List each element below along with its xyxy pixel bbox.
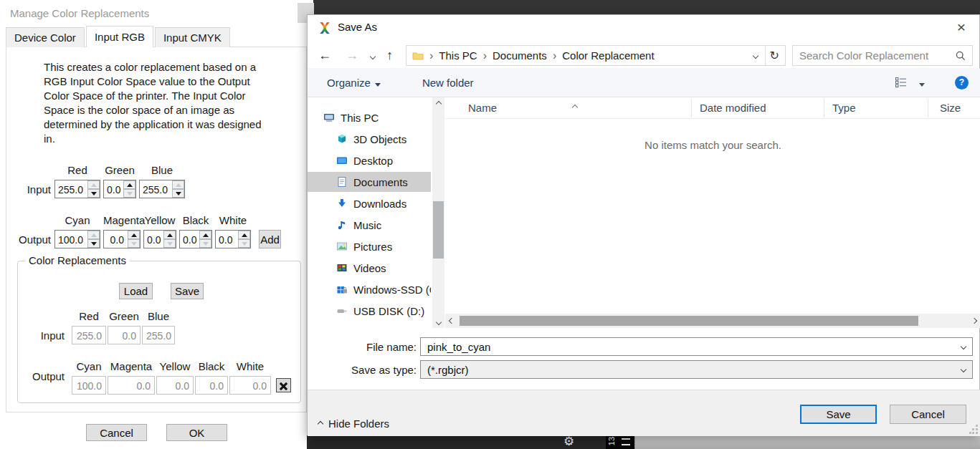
column-divider[interactable] — [691, 99, 692, 117]
save-button[interactable]: Save — [800, 405, 877, 424]
spin-down-icon[interactable] — [163, 239, 176, 248]
hide-folders-button[interactable]: Hide Folders — [318, 417, 389, 430]
spin-down-icon[interactable] — [87, 239, 100, 248]
breadcrumb-this-pc[interactable]: This PC — [439, 49, 477, 62]
black-output-value[interactable]: 0.0 — [180, 231, 199, 248]
breadcrumb-color-replacement[interactable]: Color Replacement — [562, 49, 654, 62]
scroll-up-icon[interactable] — [432, 97, 444, 110]
tab-input-rgb[interactable]: Input RGB — [86, 26, 153, 47]
column-header-name[interactable]: Name — [468, 102, 497, 114]
magenta-output-value[interactable]: 0.0 — [104, 231, 128, 248]
scrollbar-thumb[interactable] — [460, 316, 918, 326]
background-app-top-bar — [313, 0, 980, 16]
column-header-size[interactable]: Size — [940, 102, 961, 114]
save-as-type-select[interactable]: (*.rgbjcr) — [420, 360, 973, 379]
cyan-output-value[interactable]: 100.0 — [55, 231, 87, 248]
spin-down-icon[interactable] — [128, 239, 140, 248]
cancel-button[interactable]: Cancel — [86, 424, 147, 441]
spin-up-icon[interactable] — [163, 231, 176, 239]
yellow-output-value[interactable]: 0.0 — [144, 231, 163, 248]
sidebar-item-3d-objects[interactable]: 3D Objects — [308, 129, 431, 149]
sidebar-item-videos[interactable]: Videos — [308, 258, 431, 278]
address-dropdown-icon[interactable] — [752, 52, 758, 58]
white-output-spinner[interactable]: 0.0 — [215, 230, 251, 248]
scrollbar-thumb[interactable] — [433, 201, 444, 259]
close-icon[interactable]: × — [952, 19, 971, 36]
spin-up-icon[interactable] — [123, 180, 135, 189]
scrollbar-track[interactable] — [458, 314, 968, 328]
black-output-spinner[interactable]: 0.0 — [179, 230, 212, 248]
save-as-dialog: Save As × ← → ↑ › This PC › Documents › … — [307, 14, 980, 435]
column-header-date-modified[interactable]: Date modified — [700, 102, 766, 114]
scroll-down-icon[interactable] — [432, 316, 444, 328]
sidebar-item-this-pc[interactable]: This PC — [308, 107, 431, 127]
save-button[interactable]: Save — [171, 283, 204, 299]
resize-grip[interactable] — [969, 425, 979, 434]
background-app-bottom-bar: ⚙ 13 — [307, 435, 980, 449]
sidebar-item-music[interactable]: Music — [308, 215, 431, 235]
white-output-value[interactable]: 0.0 — [216, 231, 238, 248]
details-view-icon[interactable] — [895, 77, 908, 87]
breadcrumb-documents[interactable]: Documents — [493, 49, 547, 62]
combo-dropdown-icon[interactable] — [961, 344, 966, 349]
delete-replacement-button[interactable] — [276, 378, 291, 392]
sidebar-item-downloads[interactable]: Downloads — [308, 193, 431, 213]
scroll-right-icon[interactable] — [968, 314, 980, 328]
sidebar-item-desktop[interactable]: Desktop — [308, 150, 431, 170]
help-button[interactable]: ? — [955, 76, 969, 90]
breadcrumb[interactable]: › This PC › Documents › Color Replacemen… — [406, 45, 786, 66]
spin-up-icon[interactable] — [238, 231, 250, 239]
spin-up-icon[interactable] — [87, 231, 100, 239]
scroll-left-icon[interactable] — [445, 314, 458, 328]
file-browser-area: This PC 3D Objects Desktop Documents Dow… — [308, 97, 980, 328]
sidebar-item-documents[interactable]: Documents — [308, 172, 431, 192]
cyan-output-spinner[interactable]: 100.0 — [54, 230, 100, 248]
blue-input-spinner[interactable]: 255.0 — [139, 180, 185, 198]
refresh-icon[interactable]: ↻ — [770, 49, 785, 62]
yellow-output-spinner[interactable]: 0.0 — [143, 230, 176, 248]
combo-dropdown-icon[interactable] — [961, 367, 966, 372]
cancel-button[interactable]: Cancel — [890, 405, 966, 424]
up-icon[interactable]: ↑ — [386, 48, 393, 63]
spin-down-icon[interactable] — [199, 239, 211, 248]
load-button[interactable]: Load — [119, 283, 153, 299]
spin-up-icon[interactable] — [87, 180, 100, 189]
column-divider[interactable] — [928, 99, 928, 117]
file-name-input[interactable]: pink_to_cyan — [420, 337, 973, 356]
blue-input-value[interactable]: 255.0 — [140, 180, 172, 198]
red-input-spinner[interactable]: 255.0 — [54, 180, 100, 198]
spin-up-icon[interactable] — [172, 180, 184, 189]
new-folder-button[interactable]: New folder — [422, 77, 474, 89]
red-input-value[interactable]: 255.0 — [55, 180, 87, 198]
spin-down-icon[interactable] — [238, 239, 250, 248]
sidebar-scrollbar[interactable] — [432, 97, 444, 328]
spin-down-icon[interactable] — [87, 189, 100, 198]
back-icon[interactable]: ← — [318, 48, 331, 63]
output-row-label: Output — [9, 233, 51, 246]
spin-up-icon[interactable] — [199, 231, 211, 239]
tab-input-cmyk[interactable]: Input CMYK — [155, 27, 230, 47]
sidebar-item-pictures[interactable]: Pictures — [308, 236, 431, 256]
save-as-type-value[interactable]: (*.rgbjcr) — [421, 364, 961, 376]
green-input-value[interactable]: 0.0 — [104, 180, 123, 198]
tab-device-color[interactable]: Device Color — [6, 27, 85, 47]
column-header-type[interactable]: Type — [832, 102, 856, 114]
add-button[interactable]: Add — [259, 230, 281, 248]
spin-down-icon[interactable] — [123, 189, 135, 198]
search-input[interactable]: Search Color Replacement — [792, 45, 973, 66]
history-chevron-icon[interactable] — [371, 49, 375, 62]
ok-button[interactable]: OK — [166, 424, 227, 441]
organize-button[interactable]: Organize — [327, 77, 381, 89]
column-divider[interactable] — [824, 99, 824, 117]
view-dropdown-icon[interactable] — [919, 77, 925, 89]
sidebar-item-windows-ssd[interactable]: Windows-SSD (C — [308, 279, 431, 299]
spin-down-icon[interactable] — [172, 189, 184, 198]
file-list-horizontal-scrollbar[interactable] — [445, 314, 980, 328]
magenta-output-spinner[interactable]: 0.0 — [103, 230, 141, 248]
file-name-value[interactable]: pink_to_cyan — [421, 341, 961, 353]
desktop-icon — [336, 155, 348, 166]
spin-up-icon[interactable] — [128, 231, 140, 239]
sidebar-item-usb-disk[interactable]: USB DISK (D:) — [308, 301, 431, 321]
search-icon[interactable] — [955, 50, 966, 62]
green-input-spinner[interactable]: 0.0 — [103, 180, 136, 198]
